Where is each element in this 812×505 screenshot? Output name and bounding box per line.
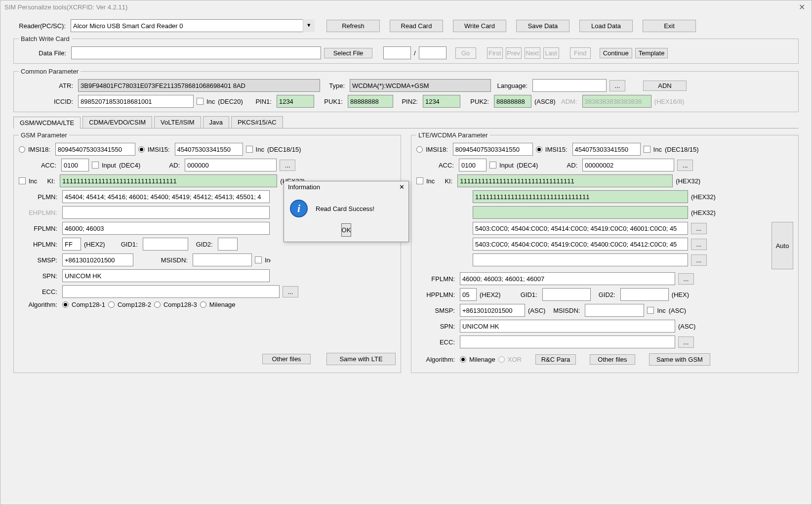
lte-imsi15-input[interactable] <box>572 143 641 156</box>
lte-row4-input[interactable] <box>473 190 688 203</box>
lte-msisdn-input[interactable] <box>585 304 644 317</box>
refresh-button[interactable]: Refresh <box>326 20 380 32</box>
tab-pkcs[interactable]: PKCS#15/AC <box>231 116 283 128</box>
lte-other-files-button[interactable]: Other files <box>590 354 635 365</box>
gsm-plmn-input[interactable] <box>62 190 270 203</box>
gsm-alg-comp2-radio[interactable] <box>108 301 115 308</box>
lte-input-checkbox[interactable] <box>489 162 496 168</box>
prev-button[interactable]: Prev <box>506 47 522 59</box>
go-button[interactable]: Go <box>455 47 476 59</box>
puk2-input[interactable] <box>494 95 531 108</box>
lte-row8-input[interactable] <box>473 253 688 266</box>
lte-alg-milenage-radio[interactable] <box>460 356 466 363</box>
lte-imsi18-input[interactable] <box>453 143 533 156</box>
lte-ki-inc-checkbox[interactable] <box>416 177 423 184</box>
adm-input[interactable] <box>582 95 651 108</box>
write-card-button[interactable]: Write Card <box>453 20 506 32</box>
tab-gsm[interactable]: GSM/WCDMA/LTE <box>13 117 81 128</box>
gsm-hplmn-input[interactable] <box>62 238 81 251</box>
gsm-ki-input[interactable] <box>60 174 277 187</box>
puk1-input[interactable] <box>348 95 393 108</box>
gsm-imsi15-input[interactable] <box>175 143 243 156</box>
lte-ad-input[interactable] <box>582 159 674 171</box>
gsm-alg-comp1-radio[interactable] <box>62 301 69 308</box>
language-input[interactable] <box>532 79 607 92</box>
atr-input[interactable] <box>78 79 320 92</box>
lte-imsi15-radio[interactable] <box>536 146 542 153</box>
modal-close-icon[interactable]: ✕ <box>399 183 405 191</box>
template-button[interactable]: Template <box>635 48 668 58</box>
lte-ki-input[interactable] <box>457 174 673 187</box>
tab-volte[interactable]: VoLTE/ISIM <box>154 116 201 128</box>
first-button[interactable]: First <box>487 47 503 59</box>
adn-button[interactable]: ADN <box>643 81 687 91</box>
gsm-ki-inc-checkbox[interactable] <box>19 177 26 184</box>
gsm-imsi18-radio[interactable] <box>19 146 25 153</box>
lte-gid1-input[interactable] <box>542 288 591 301</box>
load-data-button[interactable]: Load Data <box>579 20 633 32</box>
continue-button[interactable]: Continue <box>600 48 632 58</box>
count-b-input[interactable] <box>419 46 447 59</box>
lte-auto-button[interactable]: Auto <box>771 222 793 269</box>
iccid-input[interactable] <box>78 95 194 108</box>
gsm-gid1-input[interactable] <box>143 238 188 251</box>
save-data-button[interactable]: Save Data <box>516 20 569 32</box>
last-button[interactable]: Last <box>543 47 559 59</box>
gsm-ad-input[interactable] <box>185 159 277 171</box>
lte-imsi-inc-checkbox[interactable] <box>644 146 650 153</box>
gsm-gid2-input[interactable] <box>218 238 238 251</box>
gsm-imsi-inc-checkbox[interactable] <box>246 146 253 153</box>
lte-rc-para-button[interactable]: R&C Para <box>535 354 576 365</box>
next-button[interactable]: Next <box>525 47 540 59</box>
gsm-alg-milenage-radio[interactable] <box>200 301 206 308</box>
exit-button[interactable]: Exit <box>643 20 696 32</box>
gsm-imsi18-input[interactable] <box>55 143 135 156</box>
modal-ok-button[interactable]: OK <box>341 223 352 237</box>
gsm-ad-more-button[interactable]: ... <box>280 160 295 171</box>
lte-imsi18-radio[interactable] <box>416 146 423 153</box>
pin1-input[interactable] <box>277 95 314 108</box>
select-file-button[interactable]: Select File <box>324 48 372 58</box>
close-icon[interactable]: ✕ <box>792 0 812 14</box>
lte-same-gsm-button[interactable]: Same with GSM <box>649 353 710 366</box>
reader-select[interactable] <box>71 19 315 32</box>
lte-spn-input[interactable] <box>460 320 675 333</box>
lte-ecc-more-button[interactable]: ... <box>678 337 694 348</box>
lte-row6-input[interactable] <box>473 222 688 235</box>
data-file-input[interactable] <box>71 46 321 59</box>
gsm-ecc-input[interactable] <box>62 285 280 298</box>
lte-smsp-input[interactable] <box>460 304 525 317</box>
gsm-ehplmn-input[interactable] <box>62 206 270 219</box>
lte-row7-more-button[interactable]: ... <box>691 239 707 250</box>
tab-java[interactable]: Java <box>203 116 229 128</box>
gsm-ecc-more-button[interactable]: ... <box>283 286 298 297</box>
gsm-msisdn-input[interactable] <box>193 253 252 266</box>
lte-hpplmn-input[interactable] <box>460 288 477 301</box>
find-button[interactable]: Find <box>570 47 591 59</box>
lte-row5-input[interactable] <box>473 206 688 219</box>
read-card-button[interactable]: Read Card <box>390 20 443 32</box>
lte-fplmn-input[interactable] <box>460 272 675 285</box>
gsm-spn-input[interactable] <box>62 269 270 282</box>
lte-msisdn-inc-checkbox[interactable] <box>647 307 654 314</box>
gsm-same-lte-button[interactable]: Same with LTE <box>326 353 396 365</box>
lte-gid2-input[interactable] <box>620 288 669 301</box>
gsm-smsp-input[interactable] <box>62 253 133 266</box>
gsm-fplmn-input[interactable] <box>62 222 270 235</box>
gsm-acc-input[interactable] <box>61 159 89 171</box>
lte-row6-more-button[interactable]: ... <box>691 223 707 234</box>
gsm-alg-comp3-radio[interactable] <box>154 301 161 308</box>
gsm-other-files-button[interactable]: Other files <box>262 354 311 364</box>
inc-iccid-checkbox[interactable] <box>197 98 203 105</box>
lte-acc-input[interactable] <box>459 159 487 171</box>
lte-row8-more-button[interactable]: ... <box>691 254 707 266</box>
lte-ad-more-button[interactable]: ... <box>677 160 693 171</box>
lte-row7-input[interactable] <box>473 238 688 251</box>
lte-ecc-input[interactable] <box>460 336 675 348</box>
tab-cdma[interactable]: CDMA/EVDO/CSIM <box>82 116 152 128</box>
gsm-imsi15-radio[interactable] <box>138 146 145 153</box>
gsm-input-checkbox[interactable] <box>92 162 99 168</box>
pin2-input[interactable] <box>423 95 460 108</box>
count-a-input[interactable] <box>383 46 411 59</box>
type-input[interactable] <box>350 79 491 92</box>
